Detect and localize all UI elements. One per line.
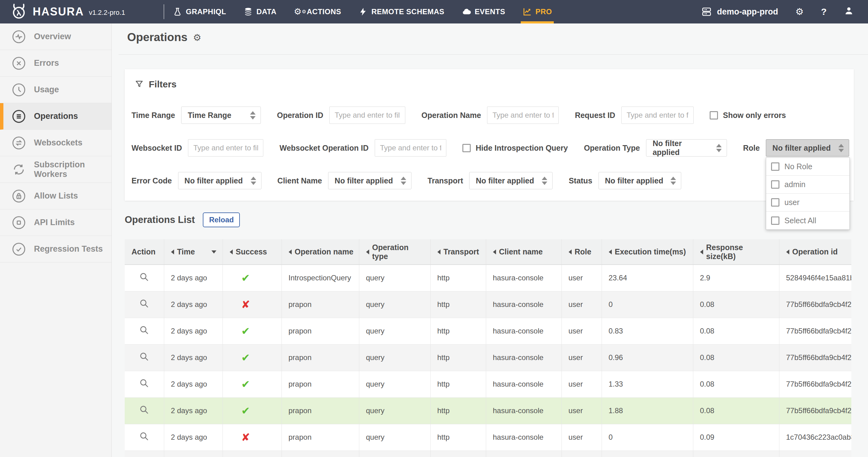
transport-label: Transport bbox=[428, 176, 463, 185]
page-settings-gear-icon[interactable]: ⚙ bbox=[193, 32, 201, 43]
col-header-success[interactable]: Success bbox=[222, 239, 281, 265]
row-client-name: hasura-console bbox=[486, 265, 561, 291]
role-option-admin[interactable]: admin bbox=[766, 176, 849, 193]
sort-icon bbox=[171, 249, 174, 254]
request-id-input[interactable] bbox=[621, 106, 693, 124]
col-header-transport[interactable]: Transport bbox=[430, 239, 486, 265]
show-only-errors-checkbox[interactable] bbox=[710, 111, 718, 120]
row-time: 2 days ago bbox=[164, 318, 222, 344]
nav-item-events[interactable]: EVENTS bbox=[453, 0, 514, 24]
role-option-checkbox[interactable] bbox=[771, 216, 779, 225]
sidebar-item-regression-tests[interactable]: Regression Tests bbox=[0, 236, 112, 263]
hide-introspection-checkbox-group[interactable]: Hide Introspection Query bbox=[462, 144, 568, 153]
operation-id-input[interactable] bbox=[329, 106, 405, 124]
user-icon[interactable] bbox=[844, 6, 854, 18]
row-response-size: 0.08 bbox=[693, 291, 779, 318]
col-header-response-size[interactable]: Response size(kB) bbox=[693, 239, 779, 265]
time-range-label: Time Range bbox=[131, 111, 175, 120]
project-name: demo-app-prod bbox=[717, 7, 778, 17]
nav-item-graphiql[interactable]: GRAPHIQL bbox=[164, 0, 235, 24]
error-code-select[interactable]: No filter applied bbox=[178, 172, 261, 189]
role-option-checkbox[interactable] bbox=[771, 180, 779, 189]
col-header-execution-time[interactable]: Execution time(ms) bbox=[601, 239, 693, 265]
magnifier-icon[interactable] bbox=[139, 431, 149, 441]
operations-table-container: Action Time Success Operation name Opera… bbox=[125, 239, 851, 457]
sidebar-item-allow-lists[interactable]: Allow Lists bbox=[0, 183, 112, 209]
row-success: ✔ bbox=[222, 371, 281, 397]
col-header-operation-id[interactable]: Operation id bbox=[779, 239, 851, 265]
nav-item-pro[interactable]: PRO bbox=[514, 0, 561, 24]
role-option-label: No Role bbox=[784, 162, 812, 171]
magnifier-icon[interactable] bbox=[139, 325, 149, 335]
error-code-label: Error Code bbox=[131, 176, 172, 185]
role-select[interactable]: No filter applied bbox=[766, 139, 849, 157]
sort-desc-icon bbox=[212, 250, 216, 253]
row-time: 2 days ago bbox=[164, 265, 222, 291]
pulse-icon bbox=[12, 30, 26, 44]
row-client-name: hasura-console bbox=[486, 318, 561, 344]
websocket-operation-id-input[interactable] bbox=[375, 139, 446, 157]
col-header-time[interactable]: Time bbox=[164, 239, 222, 265]
nav-right: demo-app-prod ⚙ ? bbox=[701, 0, 868, 24]
nav-item-data[interactable]: DATA bbox=[235, 0, 285, 24]
sort-icon bbox=[366, 249, 369, 254]
nav-item-remote-schemas[interactable]: REMOTE SCHEMAS bbox=[350, 0, 453, 24]
col-header-client-name[interactable]: Client name bbox=[486, 239, 561, 265]
time-range-select[interactable]: Time Range bbox=[181, 106, 261, 124]
row-success: ✘ bbox=[222, 424, 281, 451]
role-option-no-role[interactable]: No Role bbox=[766, 158, 849, 176]
magnifier-icon[interactable] bbox=[139, 299, 149, 308]
role-option-checkbox[interactable] bbox=[771, 198, 779, 207]
websocket-id-input[interactable] bbox=[188, 139, 263, 157]
magnifier-icon[interactable] bbox=[139, 352, 149, 362]
row-client-name: hasura-console bbox=[486, 371, 561, 397]
role-option-checkbox[interactable] bbox=[771, 162, 779, 171]
sidebar: Overview Errors Usage Operations Websock… bbox=[0, 24, 112, 457]
sidebar-item-api-limits[interactable]: API Limits bbox=[0, 209, 112, 236]
sort-icon bbox=[700, 249, 703, 254]
sidebar-item-websockets[interactable]: Websockets bbox=[0, 130, 112, 156]
row-operation-type: query bbox=[359, 424, 430, 451]
row-transport: http bbox=[430, 424, 486, 451]
row-role: user bbox=[561, 424, 601, 451]
top-nav: HASURA v1.2.2-pro.1 GRAPHIQL DATA ⚙⚙ ACT… bbox=[0, 0, 868, 24]
sort-icon bbox=[568, 249, 572, 254]
magnifier-icon[interactable] bbox=[139, 378, 149, 388]
row-operation-id: 77b5ff66bdfa9cb4f2f967 bbox=[779, 371, 851, 397]
error-code-value: No filter applied bbox=[185, 176, 243, 185]
row-role: user bbox=[561, 344, 601, 371]
hasura-logo[interactable]: HASURA v1.2.2-pro.1 bbox=[0, 0, 164, 24]
operation-type-select[interactable]: No filter applied bbox=[646, 139, 727, 157]
row-time: 2 days ago bbox=[164, 371, 222, 397]
row-execution-time: 1.88 bbox=[601, 397, 693, 424]
sidebar-item-overview[interactable]: Overview bbox=[0, 24, 112, 50]
col-header-operation-name[interactable]: Operation name bbox=[281, 239, 359, 265]
settings-gear-icon[interactable]: ⚙ bbox=[796, 7, 804, 17]
sidebar-item-errors[interactable]: Errors bbox=[0, 50, 112, 77]
row-execution-time: 0 bbox=[601, 424, 693, 451]
select-carets-icon bbox=[250, 111, 256, 120]
sidebar-item-operations[interactable]: Operations bbox=[0, 103, 112, 130]
role-option-user[interactable]: user bbox=[766, 193, 849, 212]
operation-name-input[interactable] bbox=[487, 106, 559, 124]
role-option-select-all[interactable]: Select All bbox=[766, 212, 849, 230]
reload-button[interactable]: Reload bbox=[203, 212, 240, 227]
show-only-errors-checkbox-group[interactable]: Show only errors bbox=[710, 111, 786, 120]
status-select[interactable]: No filter applied bbox=[598, 172, 681, 189]
nav-item-actions[interactable]: ⚙⚙ ACTIONS bbox=[285, 0, 350, 24]
person-icon bbox=[844, 6, 854, 16]
sidebar-item-usage[interactable]: Usage bbox=[0, 77, 112, 103]
magnifier-icon[interactable] bbox=[139, 405, 149, 415]
row-operation-id: 77b5ff66bdfa9cb4f2f967 bbox=[779, 397, 851, 424]
sidebar-item-subscription-workers[interactable]: Subscription Workers bbox=[0, 156, 112, 183]
transport-select[interactable]: No filter applied bbox=[469, 172, 553, 189]
header-divider bbox=[119, 54, 868, 55]
magnifier-icon[interactable] bbox=[139, 272, 149, 282]
hide-introspection-checkbox[interactable] bbox=[462, 144, 471, 152]
help-icon[interactable]: ? bbox=[821, 6, 827, 17]
col-header-role[interactable]: Role bbox=[561, 239, 601, 265]
client-name-select[interactable]: No filter applied bbox=[328, 172, 411, 189]
project-switcher[interactable]: demo-app-prod bbox=[701, 6, 778, 17]
version-label: v1.2.2-pro.1 bbox=[89, 9, 125, 17]
col-header-operation-type[interactable]: Operation type bbox=[359, 239, 430, 265]
